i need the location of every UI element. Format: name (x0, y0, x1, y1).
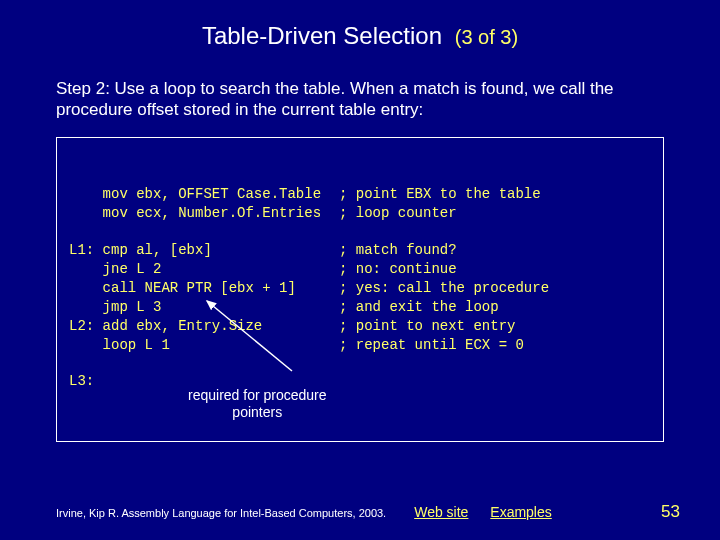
code-instruction: L1: cmp al, [ebx] (69, 241, 339, 260)
code-row: mov ebx, OFFSET Case.Table; point EBX to… (69, 185, 651, 204)
code-instruction: call NEAR PTR [ebx + 1] (69, 279, 339, 298)
code-instruction: jmp L 3 (69, 298, 339, 317)
code-instruction: loop L 1 (69, 336, 339, 355)
examples-link[interactable]: Examples (490, 504, 551, 520)
caption-line2: pointers (232, 404, 282, 420)
code-comment (339, 372, 651, 391)
code-row: L3: (69, 372, 651, 391)
code-row: mov ecx, Number.Of.Entries; loop counter (69, 204, 651, 223)
code-comment: ; yes: call the procedure (339, 279, 651, 298)
code-instruction: mov ebx, OFFSET Case.Table (69, 185, 339, 204)
code-instruction: mov ecx, Number.Of.Entries (69, 204, 339, 223)
code-listing: mov ebx, OFFSET Case.Table; point EBX to… (56, 137, 664, 443)
title-main: Table-Driven Selection (202, 22, 442, 49)
title-sub: (3 of 3) (455, 26, 518, 48)
code-comment: ; no: continue (339, 260, 651, 279)
code-instruction: jne L 2 (69, 260, 339, 279)
code-row: call NEAR PTR [ebx + 1]; yes: call the p… (69, 279, 651, 298)
code-instruction: L2: add ebx, Entry.Size (69, 317, 339, 336)
code-comment: ; point EBX to the table (339, 185, 651, 204)
code-blank-row (69, 354, 651, 372)
code-comment: ; repeat until ECX = 0 (339, 336, 651, 355)
code-comment: ; point to next entry (339, 317, 651, 336)
code-comment: ; and exit the loop (339, 298, 651, 317)
code-row: loop L 1; repeat until ECX = 0 (69, 336, 651, 355)
footer-credit: Irvine, Kip R. Assembly Language for Int… (56, 507, 386, 519)
arrow-caption: required for procedure pointers (188, 387, 327, 421)
code-blank-row (69, 223, 651, 241)
step-description: Step 2: Use a loop to search the table. … (0, 50, 720, 121)
code-row: jmp L 3; and exit the loop (69, 298, 651, 317)
code-row: L2: add ebx, Entry.Size; point to next e… (69, 317, 651, 336)
website-link[interactable]: Web site (414, 504, 468, 520)
code-row: L1: cmp al, [ebx]; match found? (69, 241, 651, 260)
code-comment: ; match found? (339, 241, 651, 260)
footer: Irvine, Kip R. Assembly Language for Int… (0, 502, 720, 522)
code-row: jne L 2; no: continue (69, 260, 651, 279)
slide-title: Table-Driven Selection (3 of 3) (0, 0, 720, 50)
page-number: 53 (661, 502, 680, 522)
caption-line1: required for procedure (188, 387, 327, 403)
code-comment: ; loop counter (339, 204, 651, 223)
footer-links: Web site Examples (414, 504, 570, 520)
